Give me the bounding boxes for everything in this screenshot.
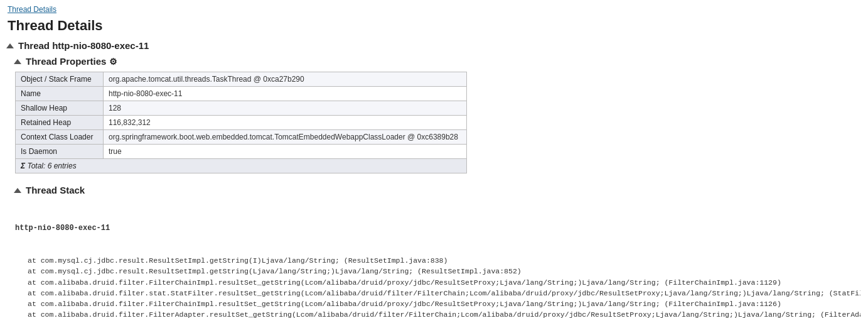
total-label: Σ Total: 6 entries: [16, 159, 467, 173]
stack-thread-name: http-nio-8080-exec-11: [15, 222, 860, 234]
thread-section-header: Thread http-nio-8080-exec-11: [8, 40, 860, 51]
thread-stack-label: Thread Stack: [26, 185, 85, 195]
table-row: Context Class Loaderorg.springframework.…: [16, 130, 467, 145]
stack-frames: at com.mysql.cj.jdbc.result.ResultSetImp…: [15, 255, 860, 318]
stack-frame: at com.alibaba.druid.filter.stat.StatFil…: [15, 288, 860, 299]
stack-frame: at com.mysql.cj.jdbc.result.ResultSetImp…: [15, 255, 860, 266]
table-row: Namehttp-nio-8080-exec-11: [16, 87, 467, 101]
stack-frame: at com.mysql.cj.jdbc.result.ResultSetImp…: [15, 266, 860, 277]
thread-stack-section: Thread Stack http-nio-8080-exec-11 at co…: [15, 185, 860, 318]
breadcrumb-label: Thread Details: [8, 5, 56, 14]
stack-content: http-nio-8080-exec-11 at com.mysql.cj.jd…: [15, 200, 860, 318]
table-row: Retained Heap116,832,312: [16, 116, 467, 130]
property-value: true: [104, 145, 467, 159]
property-key: Object / Stack Frame: [16, 72, 104, 87]
stack-frame: at com.alibaba.druid.filter.FilterChainI…: [15, 277, 860, 288]
property-value: org.springframework.boot.web.embedded.to…: [104, 130, 467, 145]
thread-properties-header: Thread Properties ⚙: [15, 56, 860, 67]
property-value: 128: [104, 101, 467, 116]
stack-frame: at com.alibaba.druid.filter.FilterAdapte…: [15, 309, 860, 318]
table-row: Shallow Heap128: [16, 101, 467, 116]
breadcrumb[interactable]: Thread Details: [8, 5, 860, 14]
stack-frame: at com.alibaba.druid.filter.FilterChainI…: [15, 299, 860, 309]
property-value: org.apache.tomcat.util.threads.TaskThrea…: [104, 72, 467, 87]
thread-properties-toggle[interactable]: [14, 59, 21, 64]
page-title: Thread Details: [8, 18, 860, 34]
thread-properties-label: Thread Properties: [26, 56, 106, 67]
property-key: Name: [16, 87, 104, 101]
total-row: Σ Total: 6 entries: [16, 159, 467, 173]
thread-section: Thread http-nio-8080-exec-11 Thread Prop…: [8, 40, 860, 318]
thread-section-toggle[interactable]: [6, 43, 14, 48]
property-key: Context Class Loader: [16, 130, 104, 145]
thread-properties-section: Thread Properties ⚙ Object / Stack Frame…: [15, 56, 860, 173]
property-value: http-nio-8080-exec-11: [104, 87, 467, 101]
thread-section-label: Thread http-nio-8080-exec-11: [18, 40, 149, 51]
properties-table: Object / Stack Frameorg.apache.tomcat.ut…: [15, 72, 467, 173]
table-row: Object / Stack Frameorg.apache.tomcat.ut…: [16, 72, 467, 87]
property-value: 116,832,312: [104, 116, 467, 130]
table-row: Is Daemontrue: [16, 145, 467, 159]
gear-icon[interactable]: ⚙: [109, 57, 117, 67]
thread-stack-header: Thread Stack: [15, 185, 860, 195]
thread-stack-toggle[interactable]: [14, 188, 21, 193]
property-key: Is Daemon: [16, 145, 104, 159]
property-key: Shallow Heap: [16, 101, 104, 116]
property-key: Retained Heap: [16, 116, 104, 130]
